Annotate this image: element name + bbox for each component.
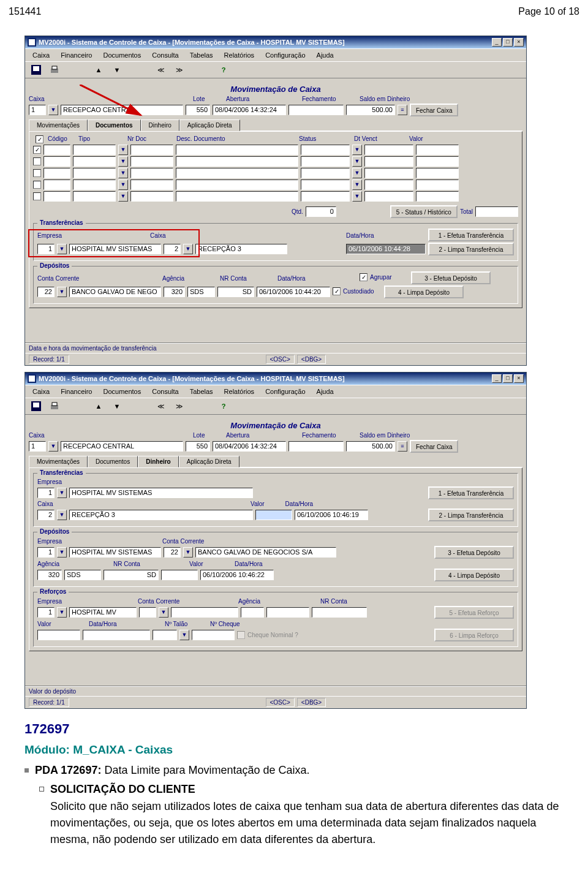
close-icon[interactable]: × (514, 374, 524, 383)
efetua-transferencia-button[interactable]: 1 - Efetua Transferência (428, 229, 514, 241)
dep-conta-num[interactable]: 22 (164, 547, 181, 558)
nav-first-icon[interactable]: ≪ (153, 63, 170, 77)
talao-lookup-icon[interactable]: ▼ (179, 630, 189, 640)
limpa-deposito-button[interactable]: 4 - Limpa Depósito (384, 285, 464, 298)
help-icon[interactable]: ? (215, 63, 232, 77)
menu-consulta[interactable]: Consulta (147, 50, 183, 60)
nav-first-icon[interactable]: ≪ (153, 399, 170, 413)
empresa-lookup-icon[interactable]: ▼ (57, 488, 67, 498)
fechar-caixa-button[interactable]: Fechar Caixa (410, 440, 458, 453)
limpa-deposito-button[interactable]: 4 - Limpa Depósito (434, 569, 514, 581)
menu-tabelas[interactable]: Tabelas (185, 387, 218, 396)
caixa-lookup-icon[interactable]: ▼ (48, 441, 58, 452)
nav-down-icon[interactable]: ▼ (108, 399, 126, 413)
menu-consulta[interactable]: Consulta (147, 387, 183, 396)
nav-last-icon[interactable]: ≫ (171, 63, 188, 77)
conta-num[interactable]: 22 (37, 287, 55, 297)
table-row[interactable]: ▼ ▼ (33, 156, 518, 167)
limpa-transferencia-button[interactable]: 2 - Limpa Transferência (428, 509, 514, 521)
conta-lookup-icon[interactable]: ▼ (183, 547, 193, 558)
saldo-step-icon[interactable]: ≡ (398, 105, 407, 115)
menu-configuracao[interactable]: Configuração (260, 387, 310, 396)
caixa2-num[interactable]: 2 (37, 510, 55, 520)
caixa-num[interactable]: 1 (29, 441, 46, 452)
menu-financeiro[interactable]: Financeiro (56, 50, 97, 60)
menubar[interactable]: Caixa Financeiro Documentos Consulta Tab… (25, 48, 526, 61)
table-row[interactable]: ▼ ▼ (33, 180, 518, 190)
check-all[interactable]: ✓ (36, 135, 43, 143)
menu-documentos[interactable]: Documentos (98, 387, 146, 396)
empresa-lookup-icon[interactable]: ▼ (57, 244, 67, 254)
tab-movimentacoes[interactable]: Movimentações (29, 119, 88, 131)
row-check[interactable] (33, 169, 41, 177)
conta-lookup-icon[interactable]: ▼ (57, 287, 67, 297)
ref-valor[interactable] (37, 630, 80, 640)
dep-valor[interactable] (161, 570, 198, 580)
menubar[interactable]: Caixa Financeiro Documentos Consulta Tab… (25, 385, 526, 398)
caixa2-num[interactable]: 2 (164, 244, 181, 254)
ref-empresa-num[interactable]: 1 (37, 607, 55, 618)
print-icon[interactable] (46, 63, 63, 77)
caixa2-lookup-icon[interactable]: ▼ (183, 244, 193, 254)
caixa2-lookup-icon[interactable]: ▼ (57, 510, 67, 520)
fechar-caixa-button[interactable]: Fechar Caixa (410, 104, 458, 116)
empresa-lookup-icon[interactable]: ▼ (57, 607, 67, 618)
tab-aplicacao[interactable]: Aplicação Direta (179, 119, 240, 131)
menu-caixa[interactable]: Caixa (28, 387, 55, 396)
ref-cheque[interactable] (192, 630, 235, 640)
agrupar-check[interactable]: ✓ (360, 273, 368, 281)
empresa-lookup-icon[interactable]: ▼ (57, 547, 67, 558)
save-icon[interactable] (28, 399, 45, 413)
table-row[interactable]: ▼ ▼ (33, 168, 518, 178)
tab-dinheiro[interactable]: Dinheiro (141, 119, 179, 131)
row-check[interactable] (33, 192, 41, 200)
menu-documentos[interactable]: Documentos (98, 50, 146, 60)
menu-relatorios[interactable]: Relatórios (219, 50, 260, 60)
row-check[interactable]: ✓ (33, 146, 41, 154)
nav-up-icon[interactable]: ▲ (90, 399, 107, 413)
efetua-transferencia-button[interactable]: 1 - Efetua Transferência (428, 486, 514, 499)
menu-ajuda[interactable]: Ajuda (312, 50, 339, 60)
save-icon[interactable] (28, 63, 45, 77)
dep-empresa-num[interactable]: 1 (37, 547, 55, 558)
table-row[interactable]: ✓ ▼ ▼ (33, 145, 518, 155)
nav-up-icon[interactable]: ▲ (90, 63, 107, 77)
empresa-num[interactable]: 1 (37, 488, 55, 498)
status-historico-button[interactable]: 5 - Status / Histórico (390, 205, 458, 218)
help-icon[interactable]: ? (215, 399, 232, 413)
menu-caixa[interactable]: Caixa (28, 50, 55, 60)
tab-dinheiro[interactable]: Dinheiro (138, 456, 179, 467)
print-icon[interactable] (46, 399, 63, 413)
ref-talao[interactable] (153, 630, 177, 640)
limpa-transferencia-button[interactable]: 2 - Limpa Transferência (428, 243, 514, 255)
efetua-deposito-button[interactable]: 3 - Efetua Depósito (411, 271, 491, 284)
minimize-icon[interactable]: _ (492, 38, 502, 47)
menu-tabelas[interactable]: Tabelas (185, 50, 218, 60)
tab-documentos[interactable]: Documentos (88, 456, 138, 467)
tab-movimentacoes[interactable]: Movimentações (29, 456, 88, 467)
saldo-step-icon[interactable]: ≡ (398, 441, 407, 452)
table-row[interactable]: ▼ ▼ (33, 191, 518, 202)
conta-lookup-icon[interactable]: ▼ (159, 607, 168, 618)
menu-financeiro[interactable]: Financeiro (56, 387, 97, 396)
maximize-icon[interactable]: □ (503, 374, 513, 383)
menu-configuracao[interactable]: Configuração (260, 50, 310, 60)
menu-ajuda[interactable]: Ajuda (312, 387, 339, 396)
row-check[interactable] (33, 181, 41, 189)
empresa-num[interactable]: 1 (37, 244, 55, 254)
efetua-deposito-button[interactable]: 3 - Efetua Depósito (434, 546, 514, 559)
caixa-lookup-icon[interactable]: ▼ (48, 105, 58, 115)
custodiado-check[interactable]: ✓ (333, 287, 341, 295)
maximize-icon[interactable]: □ (503, 38, 513, 47)
menu-relatorios[interactable]: Relatórios (219, 387, 260, 396)
ref-conta-num[interactable] (139, 607, 156, 618)
row-check[interactable] (33, 157, 41, 165)
nav-down-icon[interactable]: ▼ (108, 63, 126, 77)
minimize-icon[interactable]: _ (492, 374, 502, 383)
tab-aplicacao[interactable]: Aplicação Direta (179, 456, 239, 467)
nav-last-icon[interactable]: ≫ (171, 399, 188, 413)
close-icon[interactable]: × (514, 38, 524, 47)
tab-documentos[interactable]: Documentos (88, 119, 141, 131)
caixa-num[interactable]: 1 (29, 105, 46, 115)
transf-valor[interactable] (255, 510, 292, 520)
